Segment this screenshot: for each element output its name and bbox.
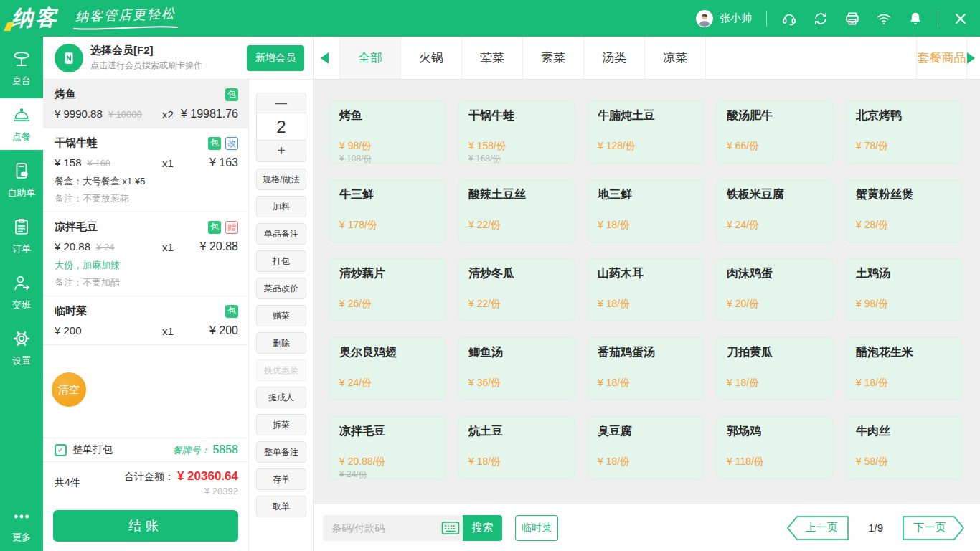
sync-icon[interactable] [813, 11, 829, 27]
sidebar: 桌台点餐自助单订单交班设置 更多 [0, 37, 43, 551]
close-icon[interactable] [953, 11, 969, 27]
tabs-scroll-right-icon[interactable] [967, 52, 975, 64]
sidebar-item[interactable]: 点餐 [0, 98, 43, 150]
menu-item[interactable]: 烤鱼¥ 98/份¥ 108/份 [329, 100, 446, 164]
menu-item[interactable]: 牛腩炖土豆¥ 128/份 [587, 100, 705, 164]
menu-item[interactable]: 凉拌毛豆¥ 20.88/份¥ 24/份 [329, 416, 446, 479]
menu-item[interactable]: 炕土豆¥ 18/份 [458, 416, 575, 479]
barcode-input[interactable] [323, 522, 441, 534]
menu-item-price: ¥ 78/份 [856, 140, 888, 153]
action-button[interactable]: 拆菜 [256, 414, 306, 435]
sidebar-item[interactable]: 设置 [0, 322, 43, 374]
brand-logo: 纳客 [0, 4, 59, 33]
menu-item-price: ¥ 18/份 [856, 377, 888, 390]
sidebar-item[interactable]: 桌台 [0, 42, 43, 94]
action-button[interactable]: 菜品改价 [256, 278, 306, 299]
menu-item[interactable]: 牛三鲜¥ 178/份 [329, 179, 446, 242]
action-button[interactable]: 提成人 [256, 387, 306, 408]
pack-checkbox[interactable] [55, 444, 67, 456]
member-select[interactable]: 选择会员[F2] 点击进行会员搜索或刷卡操作 新增会员 [43, 37, 313, 80]
prev-page-button[interactable]: 上一页 [787, 516, 849, 540]
checkout-button[interactable]: 结账 [53, 510, 238, 542]
cart-item[interactable]: 凉拌毛豆包赠¥ 20.88¥ 24x1¥ 20.88大份，加麻加辣备注：不要加醋 [43, 212, 248, 296]
printer-icon[interactable] [844, 11, 860, 27]
menu-item-name: 铁板米豆腐 [727, 187, 784, 202]
item-name: 凉拌毛豆 [55, 220, 208, 234]
action-button[interactable]: 单品备注 [256, 223, 306, 245]
cart-item[interactable]: 临时菜包¥ 200x1¥ 200 [43, 296, 248, 345]
sidebar-item-more[interactable]: 更多 [0, 507, 43, 544]
brand-text: 纳客 [11, 4, 59, 33]
cart-item[interactable]: 烤鱼包¥ 9990.88¥ 10000x2¥ 19981.76 [43, 80, 248, 128]
topbar-divider [766, 11, 767, 27]
action-button[interactable]: 取单 [256, 496, 306, 517]
tabs-scroll-left-icon[interactable] [321, 52, 329, 64]
menu-item[interactable]: 清炒冬瓜¥ 22/份 [458, 258, 575, 321]
qty-minus-button[interactable]: — [256, 93, 306, 113]
menu-item-price: ¥ 58/份 [856, 456, 888, 468]
menu-item[interactable]: 干锅牛蛙¥ 158/份¥ 168/份 [458, 100, 575, 164]
action-button[interactable]: 赠菜 [256, 305, 306, 326]
menu-item-old-price: ¥ 108/份 [339, 153, 372, 165]
menu-item[interactable]: 蟹黄粉丝煲¥ 28/份 [845, 179, 963, 242]
menu-item[interactable]: 郭场鸡¥ 118/份 [716, 416, 834, 479]
action-button[interactable]: 打包 [256, 250, 306, 272]
wifi-icon[interactable] [876, 11, 892, 27]
action-button[interactable]: 整单备注 [256, 441, 306, 463]
action-button[interactable]: 删除 [256, 332, 306, 354]
clear-button[interactable]: 清空 [52, 372, 86, 407]
sidebar-item-label: 点餐 [12, 131, 31, 143]
keyboard-icon[interactable] [441, 521, 463, 535]
next-page-button[interactable]: 下一页 [903, 516, 964, 540]
bell-icon[interactable] [908, 11, 923, 27]
menu-item[interactable]: 鲫鱼汤¥ 36/份 [458, 337, 575, 400]
menu-item[interactable]: 牛肉丝¥ 58/份 [845, 416, 963, 479]
menu-item[interactable]: 山药木耳¥ 18/份 [587, 258, 705, 321]
table-number: 餐牌号：5858 [172, 443, 238, 457]
temp-dish-button[interactable]: 临时菜 [515, 515, 558, 541]
category-tab[interactable]: 汤类 [584, 37, 645, 79]
menu-item-name: 干锅牛蛙 [468, 108, 514, 123]
menu-item[interactable]: 醋泡花生米¥ 18/份 [845, 337, 963, 400]
category-tab[interactable]: 火锅 [401, 37, 462, 79]
item-note: 备注：不要加醋 [55, 276, 238, 289]
action-button[interactable]: 加料 [256, 196, 306, 217]
menu-item-name: 醋泡花生米 [856, 345, 913, 360]
category-tab[interactable]: 荤菜 [462, 37, 523, 79]
search-button[interactable]: 搜索 [463, 515, 502, 541]
menu-item-name: 酸汤肥牛 [727, 108, 773, 123]
sidebar-item[interactable]: 自助单 [0, 154, 43, 206]
menu-item[interactable]: 酸汤肥牛¥ 66/份 [716, 100, 834, 164]
user-name: 张小帅 [720, 11, 752, 25]
tab-combo[interactable]: 套餐商品 [916, 37, 967, 79]
menu-item[interactable]: 酸辣土豆丝¥ 22/份 [458, 179, 575, 242]
sidebar-item[interactable]: 订单 [0, 210, 43, 262]
category-tab[interactable]: 素菜 [523, 37, 584, 79]
menu-item[interactable]: 清炒藕片¥ 26/份 [329, 258, 446, 321]
menu-item[interactable]: 肉沫鸡蛋¥ 20/份 [716, 258, 834, 321]
menu-item[interactable]: 奥尔良鸡翅¥ 24/份 [329, 337, 446, 400]
action-button[interactable]: 存单 [256, 468, 306, 490]
menu-item[interactable]: 地三鲜¥ 18/份 [587, 179, 705, 242]
menu-item-name: 鲫鱼汤 [468, 345, 503, 360]
menu-item[interactable]: 北京烤鸭¥ 78/份 [845, 100, 963, 164]
sidebar-item[interactable]: 交班 [0, 266, 43, 318]
menu-item[interactable]: 土鸡汤¥ 98/份 [845, 258, 963, 321]
menu-item[interactable]: 铁板米豆腐¥ 24/份 [716, 179, 834, 242]
menu-item[interactable]: 番茄鸡蛋汤¥ 18/份 [587, 337, 705, 400]
menu-item[interactable]: 刀拍黄瓜¥ 18/份 [716, 337, 834, 400]
category-tab[interactable]: 全部 [340, 37, 401, 79]
user-profile[interactable]: 张小帅 [695, 9, 752, 28]
modified-badge: 改 [225, 137, 238, 150]
menu-item[interactable]: 臭豆腐¥ 18/份 [587, 416, 705, 479]
action-button[interactable]: 规格/做法 [256, 169, 306, 190]
action-buttons: 规格/做法加料单品备注打包菜品改价赠菜删除换优惠菜提成人拆菜整单备注存单取单 [256, 169, 306, 517]
total-label: 合计金额： [124, 471, 174, 482]
support-icon[interactable] [781, 11, 797, 27]
menu-item-name: 清炒藕片 [339, 266, 385, 281]
qty-plus-button[interactable]: + [256, 140, 306, 162]
cart-items: 烤鱼包¥ 9990.88¥ 10000x2¥ 19981.76干锅牛蛙包改¥ 1… [43, 80, 248, 345]
cart-item[interactable]: 干锅牛蛙包改¥ 158¥ 168x1¥ 163餐盒：大号餐盒 x1 ¥5备注：不… [43, 128, 248, 212]
add-member-button[interactable]: 新增会员 [247, 45, 304, 71]
category-tab[interactable]: 凉菜 [645, 37, 706, 79]
